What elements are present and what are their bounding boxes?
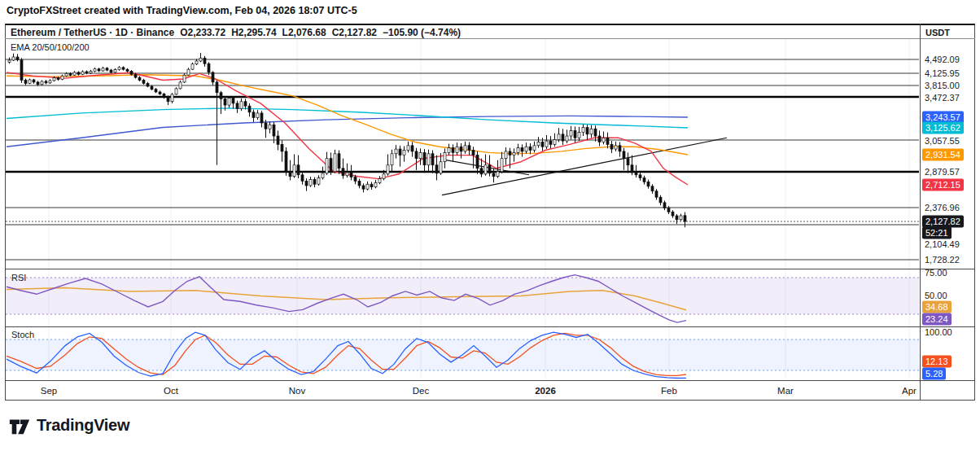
price-axis-label: 4,492.09 xyxy=(925,55,960,65)
price-axis-badge: 5.28 xyxy=(922,368,946,380)
price-change: −105.90 (−4.74%) xyxy=(383,27,461,38)
ohlc-open: O2,233.72 xyxy=(180,27,225,38)
price-axis-label: 3,057.55 xyxy=(925,136,960,147)
price-axis-label: 3,815.00 xyxy=(925,81,960,91)
time-axis-label: Apr xyxy=(902,386,917,396)
price-axis-label: 3,472.37 xyxy=(925,93,960,103)
symbol-legend: Ethereum / TetherUS · 1D · BinanceO2,233… xyxy=(11,27,466,38)
price-axis-label: 50.00 xyxy=(925,291,947,301)
pane-separator-stoch[interactable] xyxy=(5,326,975,327)
price-axis-badge: 3,125.62 xyxy=(922,122,964,134)
ohlc-close: C2,127.82 xyxy=(332,27,377,38)
time-axis-label: Feb xyxy=(661,386,677,396)
stoch-pane-label: Stoch xyxy=(11,330,34,339)
time-axis-label: Oct xyxy=(164,386,178,396)
tradingview-logo-text[interactable]: TradingView xyxy=(37,416,129,435)
time-axis-label: Mar xyxy=(777,386,794,396)
legend-separator xyxy=(5,38,975,39)
current-price-badge: 2,127.82 xyxy=(922,216,964,228)
price-axis-badge: 2,931.54 xyxy=(922,149,964,161)
time-scale-axis[interactable]: SepOctNovDec2026FebMarApr xyxy=(5,381,920,401)
pane-separator-rsi[interactable] xyxy=(5,269,975,269)
ohlc-high: H2,295.74 xyxy=(231,27,276,38)
price-axis-label: 75.00 xyxy=(925,268,947,278)
price-axis-badge: 2,712.15 xyxy=(922,179,964,191)
price-axis-badge: 12.13 xyxy=(922,356,952,368)
attribution-text: CryptoFXStreet created with TradingView.… xyxy=(7,5,357,16)
time-axis-label: Dec xyxy=(413,386,429,396)
time-axis-label: 2026 xyxy=(535,386,556,396)
ema-legend: EMA 20/50/100/200 xyxy=(11,42,90,52)
price-axis-label: 2,879.57 xyxy=(925,167,960,177)
price-axis-label: 2,104.49 xyxy=(925,239,960,250)
price-axis-badge: 34.68 xyxy=(922,301,952,313)
countdown-badge: 52:21 xyxy=(922,227,952,239)
price-axis-badge: 23.24 xyxy=(922,313,952,326)
time-axis-label: Nov xyxy=(289,386,305,396)
price-scale-axis[interactable]: 4,492.094,125.953,815.003,472.373,243.57… xyxy=(921,24,979,401)
symbol-title[interactable]: Ethereum / TetherUS · 1D · Binance xyxy=(11,27,174,38)
tradingview-chart-screenshot: CryptoFXStreet created with TradingView.… xyxy=(0,0,980,451)
time-axis-label: Sep xyxy=(41,386,57,396)
price-axis-label: 4,125.95 xyxy=(925,68,960,79)
ohlc-low: L2,076.68 xyxy=(282,27,326,38)
rsi-pane-label: RSI xyxy=(11,273,26,282)
footer-branding: TradingView xyxy=(8,414,129,436)
price-axis-label: 1,728.22 xyxy=(925,255,960,265)
price-axis-label: 100.00 xyxy=(925,327,952,338)
tradingview-logo-icon[interactable] xyxy=(8,414,31,436)
price-axis-label: 2,376.96 xyxy=(925,203,960,213)
